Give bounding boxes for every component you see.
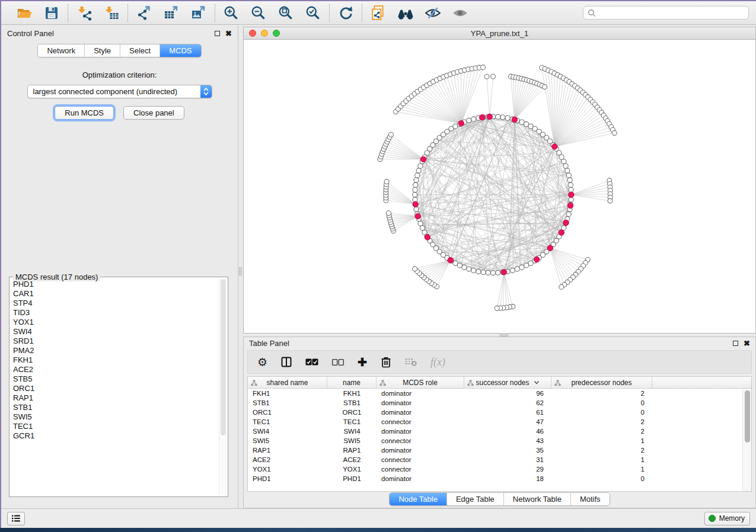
cell-successor-nodes[interactable]: 35 — [464, 446, 551, 455]
cell-predecessor-nodes[interactable]: 2 — [551, 427, 652, 436]
export-table-icon[interactable] — [162, 4, 180, 22]
cell-shared-name[interactable]: STB1 — [248, 398, 327, 408]
cell-successor-nodes[interactable]: 96 — [464, 389, 551, 398]
mcds-result-item[interactable]: TEC1 — [13, 422, 218, 431]
cell-predecessor-nodes[interactable]: 1 — [551, 464, 652, 474]
show-all-icon[interactable] — [451, 4, 469, 22]
zoom-out-icon[interactable] — [250, 4, 267, 22]
window-minimize-button[interactable] — [261, 30, 268, 37]
cell-mcds-role[interactable]: connector — [377, 455, 464, 464]
column-header-shared-name[interactable]: shared name — [248, 377, 327, 388]
tab-network[interactable]: Network — [38, 44, 84, 57]
deselect-all-checks-icon[interactable] — [332, 359, 344, 366]
save-session-icon[interactable] — [43, 4, 60, 22]
zoom-in-icon[interactable] — [222, 4, 240, 22]
tab-network-table[interactable]: Network Table — [503, 493, 570, 505]
cell-mcds-role[interactable]: dominator — [377, 427, 464, 436]
hide-selected-icon[interactable] — [424, 4, 442, 22]
cell-successor-nodes[interactable]: 62 — [464, 398, 551, 408]
cell-shared-name[interactable]: PHD1 — [248, 474, 327, 483]
cell-predecessor-nodes[interactable]: 2 — [551, 389, 652, 398]
table-row[interactable]: RAP1RAP1dominator352 — [248, 446, 742, 455]
float-panel-icon[interactable] — [215, 31, 220, 36]
cell-mcds-role[interactable]: connector — [377, 464, 464, 474]
mcds-result-item[interactable]: RAP1 — [13, 393, 218, 403]
cell-mcds-role[interactable]: dominator — [377, 474, 464, 483]
mcds-result-item[interactable]: SWI4 — [13, 327, 218, 336]
cell-successor-nodes[interactable]: 47 — [464, 417, 551, 427]
mcds-result-item[interactable]: CAR1 — [13, 289, 218, 299]
cell-mcds-role[interactable]: dominator — [377, 389, 464, 398]
table-row[interactable]: PHD1PHD1dominator180 — [248, 474, 742, 483]
cell-shared-name[interactable]: RAP1 — [248, 446, 327, 455]
mcds-result-item[interactable]: PHD1 — [13, 280, 218, 289]
tab-edge-table[interactable]: Edge Table — [446, 493, 503, 505]
table-row[interactable]: STB1STB1dominator620 — [248, 398, 742, 408]
column-header-mcds-role[interactable]: MCDS role — [377, 377, 464, 388]
cell-name[interactable]: YOX1 — [327, 464, 377, 474]
cell-name[interactable]: FKH1 — [327, 389, 377, 398]
window-close-button[interactable] — [249, 30, 256, 37]
table-row[interactable]: SWI5SWI5connector431 — [248, 436, 742, 446]
table-scrollbar[interactable] — [742, 389, 751, 491]
cell-successor-nodes[interactable]: 43 — [464, 436, 551, 446]
table-settings-gear-icon[interactable]: ⚙ — [257, 355, 267, 369]
mcds-result-item[interactable]: SWI5 — [13, 412, 218, 422]
vertical-splitter[interactable] — [238, 25, 243, 508]
tab-mcds[interactable]: MCDS — [160, 44, 200, 57]
cell-name[interactable]: PHD1 — [327, 474, 377, 483]
table-row[interactable]: TEC1TEC1connector472 — [248, 417, 742, 427]
optimization-criterion-select[interactable]: largest connected component (undirected) — [27, 85, 212, 98]
cell-name[interactable]: TEC1 — [327, 417, 377, 427]
cell-predecessor-nodes[interactable]: 1 — [551, 436, 652, 446]
tab-motifs[interactable]: Motifs — [570, 493, 610, 505]
table-row[interactable]: FKH1FKH1dominator962 — [248, 389, 742, 398]
splitter-grip[interactable] — [239, 267, 242, 275]
mcds-result-item[interactable]: TID3 — [13, 308, 218, 318]
table-row[interactable]: ACE2ACE2connector311 — [248, 455, 742, 464]
open-file-icon[interactable] — [15, 4, 33, 22]
import-table-icon[interactable] — [103, 4, 120, 22]
mcds-result-item[interactable]: YOX1 — [13, 318, 218, 327]
memory-button[interactable]: Memory — [704, 512, 750, 525]
new-network-from-selection-icon[interactable] — [369, 4, 387, 22]
column-header-predecessor-nodes[interactable]: predecessor nodes — [551, 377, 652, 388]
show-columns-icon[interactable] — [281, 357, 292, 367]
cell-shared-name[interactable]: SWI5 — [248, 436, 327, 446]
select-all-checks-icon[interactable] — [305, 358, 318, 366]
close-panel-button[interactable]: Close panel — [123, 106, 184, 120]
zoom-fit-content-icon[interactable] — [277, 4, 295, 22]
cell-successor-nodes[interactable]: 46 — [464, 427, 551, 436]
cell-name[interactable]: RAP1 — [327, 446, 377, 455]
scrollbar-thumb[interactable] — [745, 390, 750, 443]
float-panel-icon[interactable] — [733, 341, 738, 346]
cell-name[interactable]: ORC1 — [327, 408, 377, 417]
tab-style[interactable]: Style — [84, 44, 120, 57]
mcds-result-item[interactable]: ACE2 — [13, 365, 218, 374]
cell-name[interactable]: SWI5 — [327, 436, 377, 446]
cell-predecessor-nodes[interactable]: 1 — [551, 455, 652, 464]
cell-predecessor-nodes[interactable]: 0 — [551, 398, 652, 408]
table-row[interactable]: ORC1ORC1dominator610 — [248, 408, 742, 417]
cell-successor-nodes[interactable]: 29 — [464, 464, 551, 474]
network-window-titlebar[interactable]: YPA_prune.txt_1 — [244, 27, 755, 40]
add-column-icon[interactable]: ✚ — [358, 355, 367, 369]
export-network-icon[interactable] — [135, 4, 153, 22]
cell-successor-nodes[interactable]: 61 — [464, 408, 551, 417]
column-header-name[interactable]: name — [327, 377, 377, 388]
cell-successor-nodes[interactable]: 31 — [464, 455, 551, 464]
cell-name[interactable]: STB1 — [327, 398, 377, 408]
cell-predecessor-nodes[interactable]: 0 — [551, 408, 652, 417]
network-graph[interactable] — [244, 40, 755, 333]
mcds-list-scrollbar[interactable] — [219, 278, 227, 495]
column-header-successor-nodes[interactable]: successor nodes — [464, 377, 551, 388]
cell-name[interactable]: ACE2 — [327, 455, 377, 464]
cell-shared-name[interactable]: SWI4 — [248, 427, 327, 436]
cell-mcds-role[interactable]: dominator — [377, 446, 464, 455]
cell-shared-name[interactable]: ACE2 — [248, 455, 327, 464]
cell-shared-name[interactable]: ORC1 — [248, 408, 327, 417]
mcds-result-item[interactable]: FKH1 — [13, 355, 218, 365]
table-row[interactable]: SWI4SWI4dominator462 — [248, 427, 742, 436]
window-maximize-button[interactable] — [273, 30, 280, 37]
task-history-button[interactable] — [7, 512, 25, 525]
